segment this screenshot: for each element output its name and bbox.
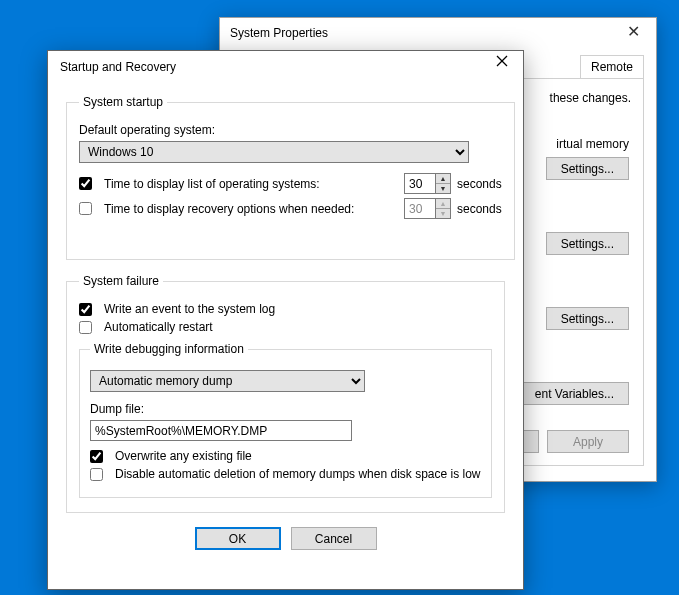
time-list-spinner[interactable]: ▲▼: [404, 173, 451, 194]
child-title: Startup and Recovery: [60, 60, 176, 74]
disable-delete-label: Disable automatic deletion of memory dum…: [115, 467, 481, 481]
parent-vmem-label: irtual memory: [546, 137, 629, 151]
child-body: System startup Default operating system:…: [48, 83, 523, 560]
child-cancel-button[interactable]: Cancel: [291, 527, 377, 550]
seconds-label-1: seconds: [457, 177, 502, 191]
close-icon: [496, 55, 508, 67]
spinner-up-icon[interactable]: ▲: [436, 174, 450, 184]
time-recovery-spinner: ▲▼: [404, 198, 451, 219]
parent-apply-button[interactable]: Apply: [547, 430, 629, 453]
env-variables-button[interactable]: ent Variables...: [520, 382, 629, 405]
system-startup-group: System startup Default operating system:…: [66, 95, 515, 260]
time-list-value[interactable]: [405, 174, 435, 193]
time-list-label: Time to display list of operating system…: [104, 177, 398, 191]
spinner-up-icon: ▲: [436, 199, 450, 209]
parent-row-vmem: irtual memory Settings...: [546, 137, 629, 180]
spinner-down-icon: ▼: [436, 209, 450, 218]
child-ok-button[interactable]: OK: [195, 527, 281, 550]
write-event-checkbox[interactable]: [79, 303, 92, 316]
dump-file-input[interactable]: [90, 420, 352, 441]
parent-close-button[interactable]: ✕: [618, 20, 648, 44]
parent-row-2: Settings...: [546, 232, 629, 255]
dump-file-label: Dump file:: [90, 402, 144, 416]
parent-titlebar: System Properties ✕: [220, 18, 656, 48]
default-os-label: Default operating system:: [79, 123, 215, 137]
disable-delete-checkbox[interactable]: [90, 468, 103, 481]
default-os-select[interactable]: Windows 10: [79, 141, 469, 163]
parent-row-3: Settings...: [546, 307, 629, 330]
overwrite-label: Overwrite any existing file: [115, 449, 252, 463]
auto-restart-label: Automatically restart: [104, 320, 213, 334]
overwrite-checkbox[interactable]: [90, 450, 103, 463]
time-recovery-label: Time to display recovery options when ne…: [104, 202, 398, 216]
debug-info-legend: Write debugging information: [90, 342, 248, 356]
debug-info-group: Write debugging information Automatic me…: [79, 342, 492, 498]
system-failure-group: System failure Write an event to the sys…: [66, 274, 505, 513]
child-close-button[interactable]: [487, 55, 517, 79]
child-titlebar: Startup and Recovery: [48, 51, 523, 83]
settings-button-1[interactable]: Settings...: [546, 157, 629, 180]
time-recovery-value: [405, 199, 435, 218]
system-failure-legend: System failure: [79, 274, 163, 288]
parent-row-env: ent Variables...: [520, 382, 629, 405]
spinner-down-icon[interactable]: ▼: [436, 184, 450, 193]
time-recovery-checkbox[interactable]: [79, 202, 92, 215]
settings-button-2[interactable]: Settings...: [546, 232, 629, 255]
auto-restart-checkbox[interactable]: [79, 321, 92, 334]
settings-button-3[interactable]: Settings...: [546, 307, 629, 330]
child-footer: OK Cancel: [66, 527, 505, 550]
write-event-label: Write an event to the system log: [104, 302, 275, 316]
startup-recovery-window: Startup and Recovery System startup Defa…: [47, 50, 524, 590]
debug-type-select[interactable]: Automatic memory dump: [90, 370, 365, 392]
seconds-label-2: seconds: [457, 202, 502, 216]
time-list-checkbox[interactable]: [79, 177, 92, 190]
parent-title: System Properties: [230, 26, 328, 40]
system-startup-legend: System startup: [79, 95, 167, 109]
tab-remote[interactable]: Remote: [580, 55, 644, 79]
